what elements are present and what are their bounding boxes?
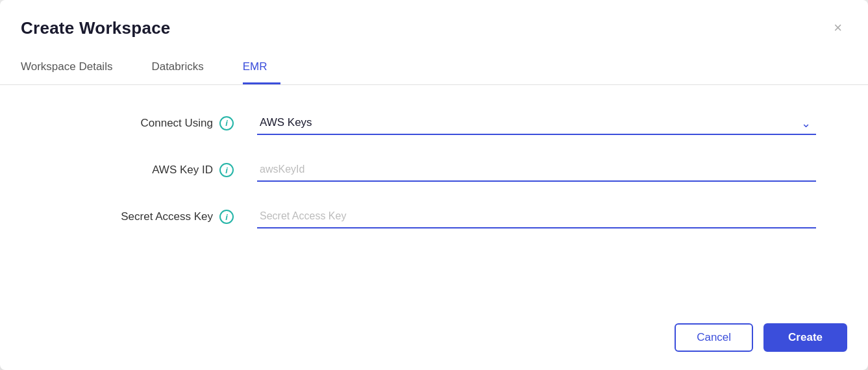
tabs-container: Workspace Details Databricks EMR [0,38,868,85]
connect-using-select[interactable]: AWS Keys IAM Role Instance Profile [257,111,816,135]
secret-access-key-input[interactable] [257,205,816,228]
dialog-body: Connect Using i AWS Keys IAM Role Instan… [0,85,868,313]
tab-workspace-details[interactable]: Workspace Details [21,54,125,84]
aws-key-id-input[interactable] [257,158,816,182]
close-button[interactable]: × [828,18,847,38]
secret-access-key-control [257,205,816,228]
cancel-button[interactable]: Cancel [675,323,753,352]
aws-key-id-label: AWS Key ID [152,164,213,177]
dialog-footer: Cancel Create [0,313,868,370]
aws-key-id-row: AWS Key ID i [52,158,816,182]
aws-key-id-info-icon[interactable]: i [219,163,234,177]
secret-access-key-label: Secret Access Key [121,210,213,223]
tab-databricks[interactable]: Databricks [151,54,216,84]
create-workspace-dialog: Create Workspace × Workspace Details Dat… [0,0,868,370]
tab-emr[interactable]: EMR [243,54,280,84]
aws-key-id-control [257,158,816,182]
secret-access-key-row: Secret Access Key i [52,205,816,228]
dialog-header: Create Workspace × [0,0,868,38]
connect-using-label-group: Connect Using i [52,116,234,130]
connect-using-info-icon[interactable]: i [219,116,234,130]
aws-key-id-label-group: AWS Key ID i [52,163,234,177]
connect-using-control: AWS Keys IAM Role Instance Profile ⌄ [257,111,816,135]
create-button[interactable]: Create [763,323,847,352]
secret-access-key-label-group: Secret Access Key i [52,210,234,224]
connect-using-row: Connect Using i AWS Keys IAM Role Instan… [52,111,816,135]
dialog-title: Create Workspace [21,18,171,38]
secret-access-key-info-icon[interactable]: i [219,210,234,224]
connect-using-label: Connect Using [140,117,213,130]
